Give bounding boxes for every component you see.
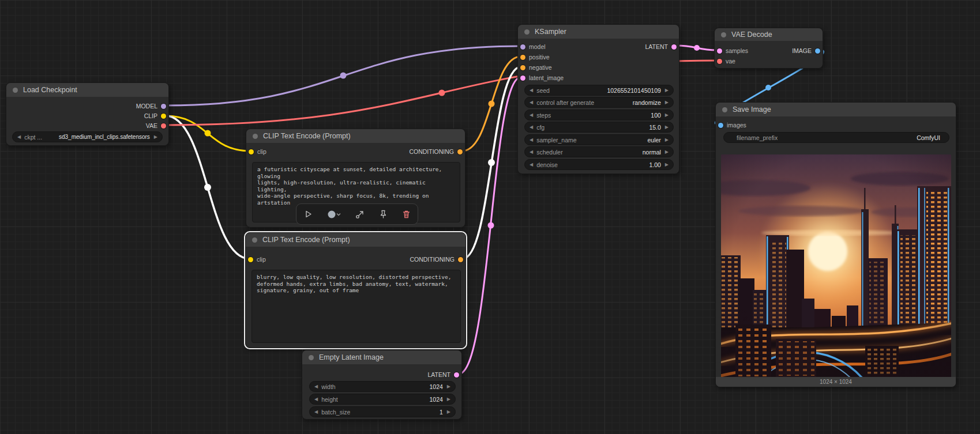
sampler-name-widget[interactable]: sampler_name euler	[524, 134, 674, 145]
collapse-dot-icon[interactable]	[722, 107, 727, 112]
increment-arrow-icon[interactable]	[665, 125, 669, 130]
input-clip[interactable]: clip	[249, 148, 266, 155]
decrement-arrow-icon[interactable]	[530, 125, 533, 130]
collapse-dot-icon[interactable]	[253, 134, 258, 139]
link-dot-clip-positive[interactable]	[205, 130, 211, 137]
decrement-arrow-icon[interactable]	[530, 88, 533, 93]
output-image[interactable]: IMAGE	[792, 47, 820, 54]
output-clip[interactable]: CLIP	[144, 112, 166, 119]
node-header[interactable]: CLIP Text Encode (Prompt)	[246, 233, 465, 247]
node-clip-text-encode-negative[interactable]: CLIP Text Encode (Prompt) clip CONDITION…	[245, 232, 466, 348]
scheduler-widget[interactable]: scheduler normal	[524, 146, 674, 157]
increment-arrow-icon[interactable]	[665, 150, 669, 154]
node-save-image[interactable]: Save Image images filename_prefix ComfyU…	[715, 102, 956, 387]
collapse-dot-icon[interactable]	[524, 29, 530, 35]
output-conditioning[interactable]: CONDITIONING	[409, 148, 463, 155]
collapse-dot-icon[interactable]	[13, 88, 18, 93]
pin-node-button[interactable]	[379, 210, 388, 219]
link-dot-clip-negative[interactable]	[204, 184, 211, 191]
run-node-button[interactable]	[304, 210, 313, 218]
ckpt-name-widget[interactable]: ckpt ... sd3_medium_incl_clips.safetenso…	[12, 131, 163, 142]
vae-port-dot[interactable]	[161, 123, 166, 129]
node-header[interactable]: KSampler	[518, 25, 679, 39]
latent-port-dot[interactable]	[717, 48, 722, 54]
increment-arrow-icon[interactable]	[665, 88, 669, 93]
increment-arrow-icon[interactable]	[665, 100, 669, 105]
latent-port-dot[interactable]	[520, 76, 525, 81]
node-color-button[interactable]	[327, 210, 341, 219]
node-header[interactable]: VAE Decode	[715, 28, 823, 41]
image-port-dot[interactable]	[718, 123, 723, 128]
batch-size-widget[interactable]: batch_size 1	[309, 406, 456, 417]
decrement-arrow-icon[interactable]	[530, 163, 533, 167]
link-dot-latent-out[interactable]	[694, 45, 700, 51]
clip-port-dot[interactable]	[161, 114, 166, 119]
model-port-dot[interactable]	[520, 44, 525, 50]
conditioning-port-dot[interactable]	[458, 257, 463, 262]
link-dot-model[interactable]	[340, 73, 347, 79]
input-clip[interactable]: clip	[248, 256, 266, 263]
node-empty-latent-image[interactable]: Empty Latent Image LATENT width 1024 hei…	[302, 350, 462, 420]
node-header[interactable]: Empty Latent Image	[302, 350, 461, 364]
increment-arrow-icon[interactable]	[447, 397, 450, 402]
decrement-arrow-icon[interactable]	[314, 397, 318, 402]
output-latent[interactable]: LATENT	[645, 43, 677, 50]
decrement-arrow-icon[interactable]	[530, 113, 533, 118]
decrement-arrow-icon[interactable]	[530, 100, 533, 105]
node-ksampler[interactable]: KSampler model positive negative latent_…	[517, 24, 679, 174]
conditioning-port-dot[interactable]	[520, 65, 525, 70]
node-header[interactable]: Load Checkpoint	[6, 83, 168, 97]
conditioning-port-dot[interactable]	[520, 55, 525, 60]
node-vae-decode[interactable]: VAE Decode samples vae IMAGE	[714, 28, 823, 69]
link-dot-image[interactable]	[765, 85, 771, 90]
input-samples[interactable]: samples	[717, 47, 748, 54]
bypass-node-button[interactable]	[355, 210, 365, 219]
decrement-arrow-icon[interactable]	[314, 410, 318, 414]
collapse-dot-icon[interactable]	[721, 32, 726, 37]
output-conditioning[interactable]: CONDITIONING	[410, 256, 463, 263]
clip-port-dot[interactable]	[249, 149, 254, 154]
delete-node-button[interactable]	[402, 210, 411, 219]
increment-arrow-icon[interactable]	[665, 163, 669, 167]
output-latent[interactable]: LATENT	[428, 371, 459, 378]
decrement-arrow-icon[interactable]	[314, 384, 318, 389]
output-vae[interactable]: VAE	[146, 122, 166, 129]
output-model[interactable]: MODEL	[136, 103, 166, 110]
control-after-generate-widget[interactable]: control after generate randomize	[524, 97, 674, 108]
link-dot-latent[interactable]	[488, 222, 494, 229]
input-model[interactable]: model	[520, 43, 546, 50]
increment-arrow-icon[interactable]	[154, 135, 157, 139]
link-dot-vae[interactable]	[439, 90, 445, 96]
collapse-dot-icon[interactable]	[252, 237, 257, 243]
increment-arrow-icon[interactable]	[447, 410, 450, 414]
input-latent-image[interactable]: latent_image	[520, 74, 564, 81]
negative-prompt-textarea[interactable]: blurry, low quality, low resolution, dis…	[251, 270, 461, 343]
graph-canvas[interactable]: Load Checkpoint MODEL CLIP VAE ckpt ... …	[0, 0, 980, 434]
latent-port-dot[interactable]	[454, 372, 459, 378]
node-header[interactable]: Save Image	[716, 103, 956, 116]
filename-prefix-widget[interactable]: filename_prefix ComfyUI	[723, 132, 949, 143]
seed-widget[interactable]: seed 1026552101450109	[524, 85, 674, 96]
link-dot-conditioning-positive[interactable]	[489, 101, 495, 107]
node-load-checkpoint[interactable]: Load Checkpoint MODEL CLIP VAE ckpt ... …	[6, 82, 169, 146]
vae-port-dot[interactable]	[717, 59, 722, 64]
clip-port-dot[interactable]	[248, 257, 253, 262]
collapse-dot-icon[interactable]	[309, 355, 314, 360]
width-widget[interactable]: width 1024	[309, 381, 456, 392]
decrement-arrow-icon[interactable]	[530, 138, 533, 142]
image-port-dot[interactable]	[815, 48, 820, 54]
decrement-arrow-icon[interactable]	[17, 135, 21, 139]
input-images[interactable]: images	[718, 122, 746, 129]
cfg-widget[interactable]: cfg 15.0	[524, 122, 674, 133]
model-port-dot[interactable]	[161, 104, 166, 109]
input-positive[interactable]: positive	[520, 54, 550, 61]
denoise-widget[interactable]: denoise 1.00	[524, 159, 674, 170]
height-widget[interactable]: height 1024	[309, 394, 456, 405]
latent-port-dot[interactable]	[671, 44, 677, 50]
steps-widget[interactable]: steps 100	[524, 110, 674, 120]
node-header[interactable]: CLIP Text Encode (Prompt)	[246, 129, 465, 143]
conditioning-port-dot[interactable]	[457, 149, 463, 154]
input-negative[interactable]: negative	[520, 64, 552, 71]
link-dot-conditioning-negative[interactable]	[488, 159, 495, 166]
increment-arrow-icon[interactable]	[665, 113, 669, 118]
